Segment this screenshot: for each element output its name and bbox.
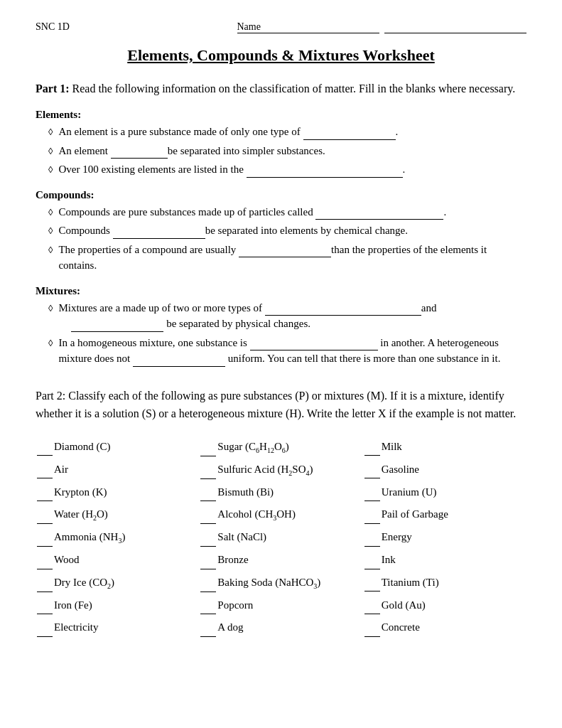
- list-item: Popcorn: [199, 594, 362, 617]
- list-item: Krypton (K): [36, 481, 199, 504]
- part2-label: Part 2:: [36, 390, 65, 402]
- blank: [71, 331, 163, 332]
- part1-intro: Part 1: Read the following information o…: [36, 80, 526, 97]
- list-item: ◊ An element is a pure substance made of…: [48, 124, 526, 140]
- bullet-icon: ◊: [48, 144, 53, 159]
- list-item: Uranium (U): [363, 481, 526, 504]
- list-item: ◊ Compounds be separated into elements b…: [48, 223, 526, 239]
- name-blank: [384, 33, 526, 33]
- list-item: Pail of Garbage: [363, 503, 526, 526]
- blank: [133, 366, 225, 367]
- list-item: ◊ An element be separated into simpler s…: [48, 143, 526, 159]
- mixtures-list: ◊ Mixtures are a made up of two or more …: [36, 300, 526, 367]
- list-item: Dry Ice (CO2): [36, 572, 199, 594]
- part1-label: Part 1:: [36, 82, 70, 95]
- list-item: Ink: [363, 549, 526, 572]
- elements-section: Elements: ◊ An element is a pure substan…: [36, 109, 526, 178]
- list-item: Titanium (Ti): [363, 572, 526, 594]
- blank: [200, 636, 216, 637]
- list-item: Water (H2O): [36, 503, 199, 526]
- list-item: Baking Soda (NaHCO3): [199, 572, 362, 594]
- bullet-icon: ◊: [48, 243, 53, 257]
- blank: [37, 523, 53, 524]
- list-item: Bismuth (Bi): [199, 481, 362, 504]
- compounds-heading: Compounds:: [36, 189, 526, 201]
- blank: [37, 592, 53, 592]
- bullet-icon: ◊: [48, 125, 53, 139]
- blank: [200, 546, 216, 547]
- list-item: Air: [36, 459, 199, 481]
- blank: [364, 614, 380, 614]
- page-title: Elements, Compounds & Mixtures Worksheet: [36, 46, 526, 65]
- list-item: Wood: [36, 549, 199, 572]
- list-item: ◊ Mixtures are a made up of two or more …: [48, 300, 526, 332]
- list-item: Gasoline: [363, 459, 526, 481]
- list-item: ◊ Over 100 existing elements are listed …: [48, 161, 526, 178]
- blank: [364, 455, 380, 456]
- blank: [265, 315, 421, 316]
- classify-table: Diamond (C)Sugar (C6H12O6)MilkAirSulfuri…: [36, 436, 526, 639]
- compounds-section: Compounds: ◊ Compounds are pure substanc…: [36, 189, 526, 274]
- blank: [315, 219, 443, 220]
- list-item: Alcohol (CH3OH): [199, 503, 362, 526]
- name-label: Name: [234, 21, 527, 33]
- elements-heading: Elements:: [36, 109, 526, 121]
- blank: [239, 257, 331, 257]
- part1-intro-text: Read the following information on the cl…: [72, 82, 516, 95]
- blank: [37, 500, 53, 501]
- list-item: Diamond (C): [36, 436, 199, 459]
- list-item: Sugar (C6H12O6): [199, 436, 362, 459]
- list-item: Concrete: [363, 616, 526, 639]
- header: SNC 1D Name: [36, 21, 526, 33]
- blank: [364, 569, 380, 569]
- blank: [200, 614, 216, 614]
- blank: [37, 478, 53, 478]
- list-item: ◊ In a homogeneous mixture, one substanc…: [48, 335, 526, 367]
- bullet-icon: ◊: [48, 301, 53, 316]
- list-item: Gold (Au): [363, 594, 526, 617]
- list-item: Electricity: [36, 616, 199, 639]
- blank: [37, 636, 53, 637]
- blank: [364, 523, 380, 524]
- blank: [37, 546, 53, 547]
- blank: [247, 177, 403, 178]
- mixtures-section: Mixtures: ◊ Mixtures are a made up of tw…: [36, 285, 526, 367]
- part2-intro: Part 2: Classify each of the following a…: [36, 387, 526, 423]
- bullet-icon: ◊: [48, 224, 53, 238]
- blank: [303, 139, 396, 140]
- bullet-icon: ◊: [48, 205, 53, 220]
- list-item: Energy: [363, 526, 526, 549]
- elements-list: ◊ An element is a pure substance made of…: [36, 124, 526, 178]
- blank: [200, 500, 216, 501]
- bullet-icon: ◊: [48, 163, 53, 177]
- list-item: Bronze: [199, 549, 362, 572]
- list-item: A dog: [199, 616, 362, 639]
- blank: [37, 614, 53, 614]
- blank: [200, 523, 216, 524]
- compounds-list: ◊ Compounds are pure substances made up …: [36, 204, 526, 274]
- list-item: Ammonia (NH3): [36, 526, 199, 549]
- list-item: Iron (Fe): [36, 594, 199, 617]
- blank: [364, 500, 380, 501]
- blank: [200, 592, 216, 592]
- part2-intro-text: Classify each of the following as pure s…: [36, 390, 516, 420]
- blank: [250, 350, 378, 350]
- list-item: Sulfuric Acid (H2SO4): [199, 459, 362, 481]
- blank: [200, 478, 216, 479]
- course-code: SNC 1D: [36, 21, 70, 33]
- blank: [364, 546, 380, 547]
- blank: [113, 238, 205, 239]
- blank: [364, 636, 380, 637]
- blank: [200, 569, 216, 569]
- blank: [111, 158, 168, 159]
- list-item: ◊ Compounds are pure substances made up …: [48, 204, 526, 220]
- list-item: ◊ The properties of a compound are usual…: [48, 242, 526, 274]
- blank: [200, 456, 216, 456]
- blank: [364, 591, 380, 592]
- mixtures-heading: Mixtures:: [36, 285, 526, 297]
- blank: [37, 569, 53, 569]
- blank: [364, 478, 380, 478]
- list-item: Salt (NaCl): [199, 526, 362, 549]
- list-item: Milk: [363, 436, 526, 459]
- bullet-icon: ◊: [48, 336, 53, 350]
